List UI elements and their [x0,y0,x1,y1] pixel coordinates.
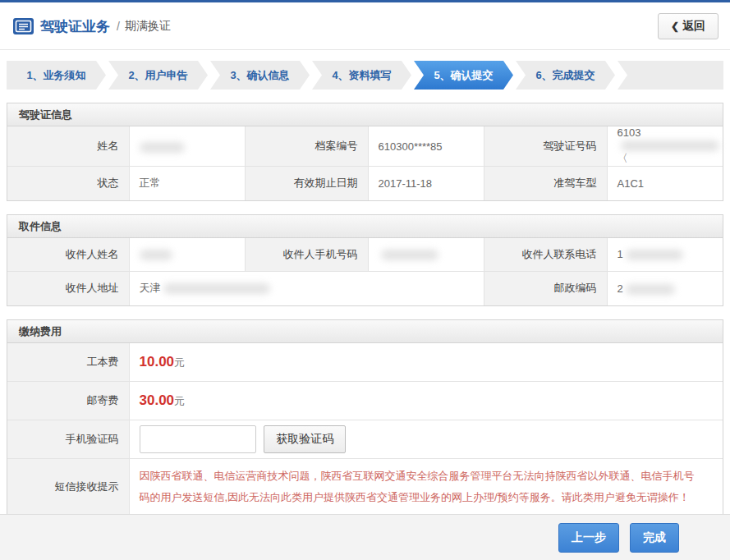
breadcrumb-current: 期满换证 [125,19,171,34]
name-label: 姓名 [7,126,129,167]
fees-table: 工本费 10.00元 邮寄费 30.00元 手机验证码 获取验证码 短信接收提示… [7,343,723,516]
page-title: 驾驶证业务 [40,17,110,36]
license-info-table: 姓名 档案编号 610300****85 驾驶证号码 6103〈 状态 正常 有… [7,126,723,200]
redacted-recipient-phone [626,250,683,260]
table-row: 状态 正常 有效期止日期 2017-11-18 准驾车型 A1C1 [7,167,723,200]
table-row: 姓名 档案编号 610300****85 驾驶证号码 6103〈 [7,126,723,167]
zip-prefix: 2 [618,282,623,295]
recipient-name-label: 收件人姓名 [7,238,129,272]
recipient-mobile-label: 收件人手机号码 [245,238,368,272]
address-prefix: 天津 [140,282,161,294]
table-row: 工本费 10.00元 [7,343,723,382]
work-fee-unit: 元 [174,356,185,369]
sms-notice-cell: 因陕西省联通、电信运营商技术问题，陕西省互联网交通安全综合服务管理平台无法向持陕… [129,459,723,516]
footer-action-bar: 上一步 完成 [0,514,730,560]
section-license-info: 驾驶证信息 姓名 档案编号 610300****85 驾驶证号码 6103〈 状… [7,103,723,201]
finish-button[interactable]: 完成 [630,523,679,553]
table-row: 手机验证码 获取验证码 [7,420,723,459]
name-value [129,126,245,167]
step-5-confirm-submit-active[interactable]: 5、确认提交 [414,61,513,90]
redacted-name [140,142,185,153]
step-2-user-declaration[interactable]: 2、用户申告 [108,61,208,90]
mail-fee-label: 邮寄费 [7,382,129,420]
section-fees: 缴纳费用 工本费 10.00元 邮寄费 30.00元 手机验证码 获取验证码 短… [7,319,723,516]
phone-prefix: 1 [618,248,623,260]
status-label: 状态 [7,167,129,200]
recipient-phone-value: 1 [607,238,723,272]
mail-fee-amount: 30.00 [140,392,175,408]
back-button[interactable]: ❮ 返回 [658,13,719,39]
sms-code-label: 手机验证码 [7,420,129,459]
recipient-name-value [129,238,245,272]
file-no-value: 610300****85 [368,126,484,167]
table-row: 收件人姓名 收件人手机号码 收件人联系电话 1 [7,238,723,272]
chevron-left-icon: ❮ [671,21,679,32]
sms-code-input[interactable] [140,425,256,453]
redacted-license-no [621,140,719,151]
work-fee-value: 10.00元 [129,343,723,382]
sms-notice-label: 短信接收提示 [7,459,129,516]
work-fee-label: 工本费 [7,343,129,382]
breadcrumb-divider: / [117,20,120,33]
zip-code-label: 邮政编码 [484,272,607,305]
redacted-address [163,283,270,294]
get-sms-code-button[interactable]: 获取验证码 [264,425,346,453]
table-row: 收件人地址 天津 邮政编码 2 [7,272,723,305]
zip-code-value: 2 [607,272,723,305]
license-no-tail: 〈 [618,152,628,164]
recipient-phone-label: 收件人联系电话 [484,238,607,272]
section-fees-title: 缴纳费用 [7,320,723,343]
mail-fee-unit: 元 [174,395,185,407]
table-row: 邮寄费 30.00元 [7,382,723,420]
file-no-label: 档案编号 [245,126,368,167]
sms-code-cell: 获取验证码 [129,420,723,459]
expiry-label: 有效期止日期 [245,167,368,200]
step-3-confirm-info[interactable]: 3、确认信息 [210,61,310,90]
section-pickup-title: 取件信息 [7,215,723,238]
license-form-icon [13,18,34,34]
recipient-mobile-value [368,238,484,272]
license-no-value: 6103〈 [607,126,723,167]
step-bar-filler [618,61,723,90]
status-value: 正常 [129,167,245,200]
step-1-business-notice[interactable]: 1、业务须知 [7,61,106,90]
license-no-prefix: 6103 [618,126,641,139]
previous-step-button[interactable]: 上一步 [558,523,619,553]
license-no-label: 驾驶证号码 [484,126,607,167]
vehicle-class-label: 准驾车型 [484,167,607,200]
section-pickup-info: 取件信息 收件人姓名 收件人手机号码 收件人联系电话 1 收件人地址 天津 邮政… [7,214,723,306]
vehicle-class-value: A1C1 [607,167,723,200]
recipient-address-value: 天津 [129,272,484,305]
table-row: 短信接收提示 因陕西省联通、电信运营商技术问题，陕西省互联网交通安全综合服务管理… [7,459,723,516]
page-header: 驾驶证业务 / 期满换证 ❮ 返回 [0,2,730,50]
pickup-info-table: 收件人姓名 收件人手机号码 收件人联系电话 1 收件人地址 天津 邮政编码 2 [7,238,723,305]
step-4-fill-data[interactable]: 4、资料填写 [312,61,411,90]
step-wizard: 1、业务须知 2、用户申告 3、确认信息 4、资料填写 5、确认提交 6、完成提… [7,61,723,90]
mail-fee-value: 30.00元 [129,382,723,420]
expiry-value: 2017-11-18 [368,167,484,200]
redacted-zip [626,284,675,295]
sms-notice-text: 因陕西省联通、电信运营商技术问题，陕西省互联网交通安全综合服务管理平台无法向持陕… [130,459,723,515]
back-button-label: 返回 [682,19,705,34]
section-license-title: 驾驶证信息 [7,103,723,126]
recipient-address-label: 收件人地址 [7,272,129,305]
step-6-finish-submit[interactable]: 6、完成提交 [516,61,615,90]
redacted-recipient-name [140,250,172,260]
work-fee-amount: 10.00 [140,354,175,370]
redacted-recipient-mobile [381,250,438,260]
